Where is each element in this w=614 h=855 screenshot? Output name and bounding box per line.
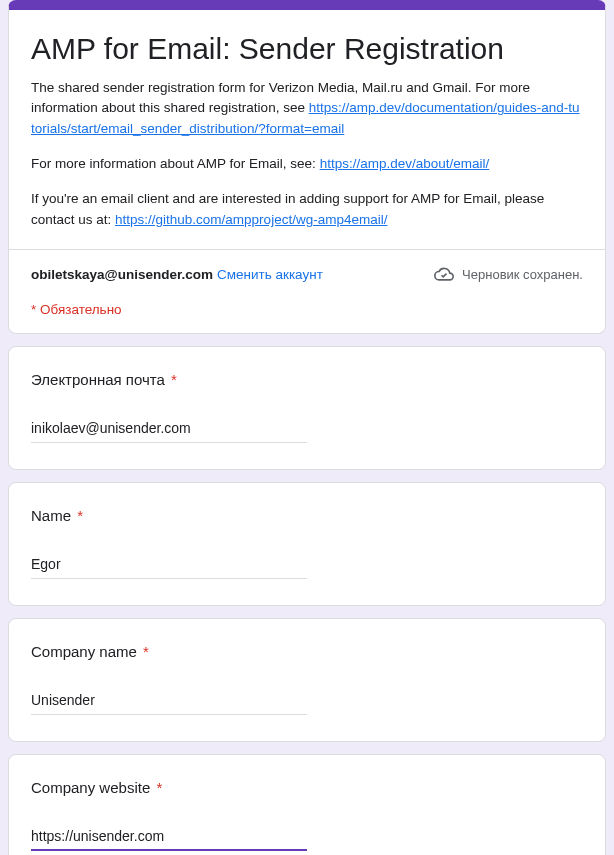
text-input[interactable] [31, 552, 307, 579]
question-card: Электронная почта * [8, 346, 606, 470]
form-wrap: AMP for Email: Sender Registration The s… [0, 0, 614, 855]
form-title: AMP for Email: Sender Registration [31, 30, 583, 68]
switch-account-link[interactable]: Сменить аккаунт [217, 267, 323, 282]
required-note: * Обязательно [31, 302, 583, 317]
text-input[interactable] [31, 824, 307, 851]
question-label-text: Company website [31, 779, 150, 796]
header-card: AMP for Email: Sender Registration The s… [8, 0, 606, 334]
desc-more-link[interactable]: https://amp.dev/about/email/ [320, 156, 490, 171]
question-label: Name * [31, 507, 583, 524]
account-left: obiletskaya@unisender.com Сменить аккаун… [31, 267, 323, 282]
text-input[interactable] [31, 688, 307, 715]
desc-contact-link[interactable]: https://github.com/ampproject/wg-amp4ema… [115, 212, 387, 227]
account-row: obiletskaya@unisender.com Сменить аккаун… [31, 264, 583, 284]
question-label: Электронная почта * [31, 371, 583, 388]
draft-saved-text: Черновик сохранен. [462, 267, 583, 282]
question-label-text: Company name [31, 643, 137, 660]
account-bar: obiletskaya@unisender.com Сменить аккаун… [9, 249, 605, 333]
question-card: Company website * [8, 754, 606, 855]
draft-status: Черновик сохранен. [434, 264, 583, 284]
question-card: Company name * [8, 618, 606, 742]
desc-more-prefix: For more information about AMP for Email… [31, 156, 320, 171]
form-description: The shared sender registration form for … [31, 78, 583, 232]
question-label: Company website * [31, 779, 583, 796]
required-asterisk: * [73, 507, 83, 524]
question-label-text: Name [31, 507, 71, 524]
question-label-text: Электронная почта [31, 371, 165, 388]
cloud-done-icon [434, 264, 454, 284]
question-label: Company name * [31, 643, 583, 660]
header-inner: AMP for Email: Sender Registration The s… [9, 10, 605, 249]
required-asterisk: * [167, 371, 177, 388]
text-input[interactable] [31, 416, 307, 443]
account-email: obiletskaya@unisender.com [31, 267, 213, 282]
question-card: Name * [8, 482, 606, 606]
required-asterisk: * [139, 643, 149, 660]
required-asterisk: * [152, 779, 162, 796]
